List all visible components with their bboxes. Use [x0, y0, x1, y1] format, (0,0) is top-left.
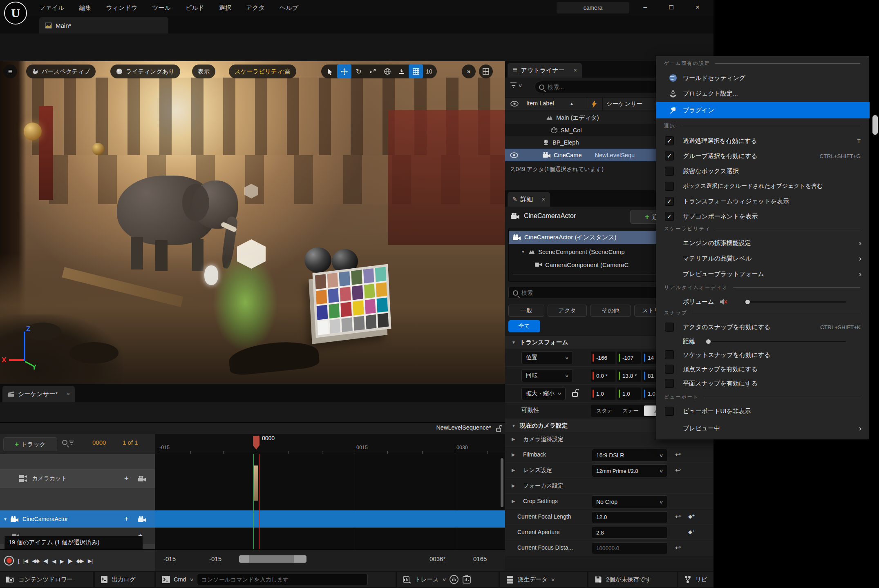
insights-icon[interactable] — [450, 575, 459, 584]
reset-icon[interactable]: ↩ — [675, 466, 681, 474]
checkbox-checked[interactable]: ✓ — [665, 151, 674, 160]
camera-icon[interactable] — [138, 476, 146, 482]
menu-item-subcomponents[interactable]: ✓ サブコンポーネントを表示 — [656, 209, 870, 223]
checkbox-unchecked[interactable] — [665, 379, 674, 388]
reset-icon[interactable]: ↩ — [675, 543, 681, 552]
menu-item-planar-snap[interactable]: 平面スナップを有効にする — [656, 376, 870, 390]
viewport-scalability-button[interactable]: スケーラビリティ:高 — [229, 65, 296, 78]
lens-dropdown[interactable]: 12mm Prime f/2.8∨ — [592, 464, 667, 477]
menu-edit[interactable]: 編集 — [77, 4, 93, 12]
column-sequencer[interactable]: シーケンサー — [606, 100, 642, 108]
maximize-button[interactable]: □ — [664, 3, 678, 11]
crop-dropdown[interactable]: No Crop∨ — [592, 495, 667, 508]
focus-settings-row[interactable]: ▶フォーカス設定 — [505, 479, 713, 494]
timeline-hscrollbar[interactable] — [239, 555, 306, 563]
expander-icon[interactable]: ▶ — [512, 499, 515, 504]
timeline-vscrollbar[interactable] — [501, 458, 503, 507]
unreal-logo-icon[interactable]: U — [4, 2, 27, 24]
distance-slider[interactable] — [706, 341, 846, 342]
expander-icon[interactable]: ▼ — [521, 249, 525, 254]
playhead-line[interactable] — [259, 454, 259, 549]
snapshot-icon[interactable] — [462, 575, 471, 584]
mobility-stationary[interactable]: ステー — [618, 405, 643, 416]
menu-scrollbar-thumb[interactable] — [872, 115, 878, 135]
menu-item-previewing[interactable]: プレビュー中 › — [656, 421, 870, 435]
menu-item-project-settings[interactable]: プロジェクト設定... — [656, 87, 870, 100]
reset-icon[interactable]: ↩ — [675, 450, 681, 459]
checkbox-unchecked[interactable] — [665, 323, 674, 332]
menu-item-hide-viewport-ui[interactable]: ビューポートUIを非表示 — [656, 404, 870, 418]
expander-icon[interactable]: ▼ — [3, 517, 7, 521]
filter-general[interactable]: 一般 — [508, 305, 544, 317]
mobility-static[interactable]: スタテ — [592, 405, 617, 416]
viewport-perspective-dropdown[interactable]: パースペクティブ — [26, 65, 96, 78]
timeline-ruler[interactable]: -015 0015 0030 0000 — [155, 434, 505, 454]
location-x-field[interactable]: -166 — [591, 352, 615, 364]
world-local-toggle[interactable] — [380, 65, 394, 78]
tab-sequencer[interactable]: シーケンサー* × — [2, 386, 75, 402]
checkbox-checked[interactable]: ✓ — [665, 197, 674, 206]
close-icon[interactable]: × — [542, 196, 545, 203]
cmd-label[interactable]: Cmd — [174, 576, 186, 583]
aperture-input[interactable]: 2.8 — [592, 527, 667, 539]
menu-item-plugins-highlighted[interactable]: プラグイン — [656, 102, 870, 118]
checkbox-checked[interactable]: ✓ — [665, 136, 674, 145]
to-front-button[interactable]: |◀ — [23, 557, 28, 564]
scale-x-field[interactable]: 1.0 — [591, 388, 615, 400]
outliner-filter-button[interactable]: ∨ — [510, 82, 522, 88]
menu-item-group-selection[interactable]: ✓ グループ選択を有効にする CTRL+SHIFT+G — [656, 149, 870, 163]
play-forward-button[interactable]: ▶ — [60, 556, 63, 565]
viewport-show-dropdown[interactable]: 表示 — [192, 65, 215, 78]
menu-item-transform-widget[interactable]: ✓ トランスフォームウィジェットを表示 — [656, 194, 870, 208]
menu-item-engine-scalability[interactable]: エンジンの拡張機能設定 › — [656, 236, 870, 250]
close-icon[interactable]: × — [574, 67, 577, 74]
lock-open-icon[interactable] — [572, 389, 579, 397]
grid-size-value[interactable]: 10 — [423, 65, 435, 78]
filter-misc[interactable]: その他 — [590, 305, 631, 317]
sequence-name[interactable]: NewLevelSequence* — [436, 424, 491, 431]
menu-item-strict-box[interactable]: 厳密なボックス選択 — [656, 164, 870, 178]
set-start-button[interactable]: [ — [18, 557, 19, 564]
chevron-down-icon[interactable]: ∨ — [189, 577, 194, 582]
lock-open-icon[interactable] — [496, 425, 502, 432]
prev-key-button[interactable]: ◀◆ — [32, 557, 39, 564]
step-back-button[interactable]: ◀| — [43, 557, 48, 564]
playback-range-start[interactable]: -015 — [163, 555, 176, 563]
unsaved-assets-button[interactable]: 2個が未保存です — [588, 572, 677, 587]
menu-item-socket-snap[interactable]: ソケットスナップを有効にする — [656, 348, 870, 362]
menu-help[interactable]: ヘルプ — [278, 4, 300, 12]
trace-section[interactable]: トレース ∨ — [397, 572, 499, 587]
close-icon[interactable]: × — [67, 391, 70, 397]
scale-tool-button[interactable] — [366, 65, 380, 78]
play-reverse-button[interactable]: ◀ — [52, 556, 56, 565]
menu-item-world-settings[interactable]: ワールドセッティング — [656, 71, 870, 85]
menu-item-preview-platform[interactable]: プレビュープラットフォーム › — [656, 267, 870, 281]
filter-all[interactable]: 全て — [508, 320, 540, 332]
revision-control-button[interactable]: リビ — [678, 572, 713, 587]
select-tool-button[interactable] — [323, 65, 337, 78]
menu-item-material-quality[interactable]: マテリアルの品質レベル › — [656, 252, 870, 265]
column-item-label[interactable]: Item Label — [526, 100, 554, 107]
filmback-dropdown[interactable]: 16:9 DSLR∨ — [592, 449, 667, 462]
playhead-marker[interactable] — [253, 436, 259, 450]
checkbox-checked[interactable]: ✓ — [665, 212, 674, 221]
tab-outliner[interactable]: ≣ アウトライナー × — [508, 63, 582, 78]
scale-y-field[interactable]: 1.0 — [617, 388, 641, 400]
camera-speed-overflow-button[interactable]: » — [462, 65, 476, 78]
view-range-end[interactable]: 0165 — [473, 555, 487, 563]
record-button[interactable] — [4, 556, 14, 566]
content-drawer-button[interactable]: コンテンツドロワー — [0, 572, 93, 587]
view-range-start[interactable]: -015 — [209, 555, 221, 563]
rotate-tool-button[interactable]: ↻ — [351, 65, 366, 78]
add-track-button[interactable]: + トラック — [3, 437, 57, 451]
add-section-icon[interactable]: + — [124, 515, 129, 523]
cinecamera-track-selected[interactable]: ▼ CineCameraActor + — [0, 510, 155, 528]
menu-item-translucent-selection[interactable]: ✓ 透過処理選択を有効にする T — [656, 134, 870, 148]
output-log-button[interactable]: 出力ログ — [95, 572, 154, 587]
checkbox-unchecked[interactable] — [665, 407, 674, 416]
expander-icon[interactable]: ▶ — [512, 468, 515, 473]
filter-actor[interactable]: アクタ — [548, 305, 587, 317]
add-keyframe-icon[interactable]: ◆+ — [688, 529, 695, 535]
track-search-button[interactable] — [62, 440, 74, 445]
menu-tools[interactable]: ツール — [150, 4, 172, 12]
